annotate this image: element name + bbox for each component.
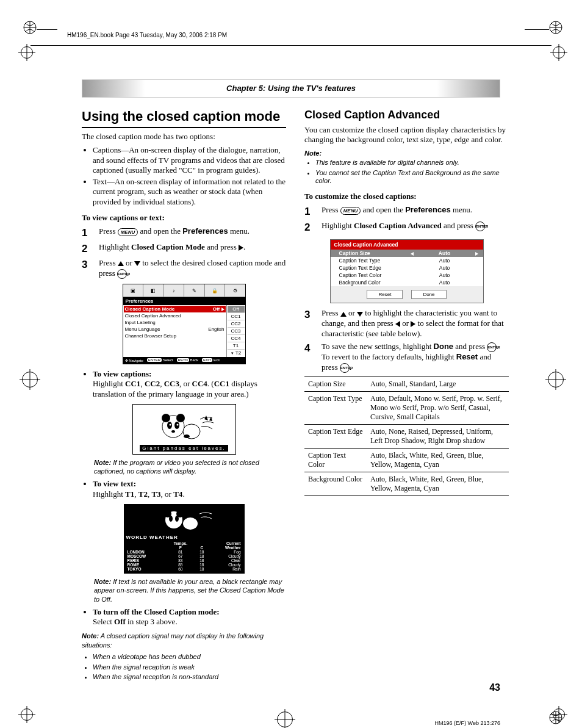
osd-row-selected: Closed Caption ModeOff: [124, 306, 226, 312]
ornament-globe-icon: [549, 21, 562, 34]
table-row: Caption SizeAuto, Small, Standard, Large: [304, 377, 509, 392]
view-text: To view text: Highlight T1, T2, T3, or T…: [93, 479, 286, 499]
right-column: Closed Caption Advanced You can customiz…: [304, 109, 509, 687]
down-arrow-icon: [134, 261, 140, 266]
svg-rect-13: [151, 506, 218, 533]
page: HM196_EN.book Page 43 Tuesday, May 30, 2…: [0, 0, 582, 728]
option-item: Text—An on-screen display of information…: [93, 177, 286, 207]
weather-illustration: WORLD WEATHER Temps.Current FCWeather LO…: [124, 504, 245, 574]
header-text: HM196_EN.book Page 43 Tuesday, May 30, 2…: [67, 32, 227, 38]
svg-point-5: [176, 414, 185, 422]
svg-point-17: [169, 516, 173, 522]
crop-line: [37, 29, 57, 30]
caption-example: Giant pandas eat leaves.: [140, 445, 228, 452]
osd-row: Caption Text ColorAuto: [331, 272, 483, 279]
menu-button-icon: MENU: [118, 228, 138, 236]
osd-opt: CC4: [228, 335, 245, 342]
note-item: When the signal reception is non-standar…: [93, 673, 286, 682]
tab-icon: ⚙: [225, 284, 245, 297]
note: Note: A closed caption signal may not di…: [82, 632, 286, 649]
panda-illustration: Giant pandas eat leaves.: [132, 404, 236, 455]
registration-mark-icon: [18, 706, 35, 723]
registration-mark-icon: [20, 369, 40, 390]
step-3: 3 Press or to highlight the characterist…: [304, 308, 509, 339]
step-1: 1 Press MENU and open the Preferences me…: [82, 226, 286, 240]
note-item: When the signal reception is weak: [93, 663, 286, 672]
left-column: Using the closed caption mode The closed…: [82, 109, 286, 687]
header-rule: [31, 45, 551, 46]
subheading: To customize the closed captions:: [304, 192, 509, 201]
svg-point-4: [162, 414, 170, 422]
osd-footer: ✥ Navigate ENTER Select RETN Back EXIT E…: [123, 357, 245, 364]
registration-mark-icon: [545, 369, 566, 390]
table-row: Background ColorAuto, Black, White, Red,…: [304, 472, 509, 496]
osd-opt: CC1: [228, 313, 245, 320]
note: Note: If text is not available in your a…: [94, 577, 286, 604]
tab-icon: 🔒: [205, 284, 226, 297]
svg-point-18: [175, 516, 179, 522]
note-item: This feature is available for digital ch…: [315, 159, 509, 167]
svg-point-12: [184, 434, 190, 438]
section-heading: Using the closed caption mode: [82, 109, 286, 128]
footer-code: HM196 (E/F) Web 213:276: [435, 720, 500, 726]
osd-row: Menu LanguageEnglish: [124, 326, 226, 333]
svg-point-8: [169, 423, 171, 425]
step-1: 1 Press MENU and open the Preferences me…: [304, 205, 509, 218]
svg-point-9: [176, 423, 178, 425]
options-table: Caption SizeAuto, Small, Standard, Large…: [304, 377, 509, 496]
osd-opt: CC3: [228, 328, 245, 335]
page-number: 43: [489, 682, 500, 693]
done-button: Done: [411, 290, 446, 299]
enter-button-icon: ENTER: [340, 363, 350, 373]
left-arrow-icon: [395, 321, 400, 327]
down-arrow-icon: [357, 312, 363, 317]
view-captions: To view captions: Highlight CC1, CC2, CC…: [93, 369, 286, 399]
osd-preferences-menu: ▣ ◧ ♪ ✎ 🔒 ⚙ Preferences Closed Caption M…: [123, 284, 246, 364]
registration-mark-icon: [550, 706, 567, 723]
weather-table: Temps.Current FCWeather LONDON8118Fog MO…: [126, 541, 242, 571]
osd-row: Caption Text TypeAuto: [331, 257, 483, 264]
osd-row: Input Labeling: [124, 319, 226, 326]
registration-mark-icon: [18, 44, 35, 61]
crop-line: [525, 29, 549, 30]
subsection-heading: Closed Caption Advanced: [304, 109, 509, 121]
osd-opt: CC2: [228, 320, 245, 328]
menu-button-icon: MENU: [340, 207, 361, 215]
note-item: When a videotape has been dubbed: [93, 653, 286, 661]
tab-icon: ▣: [123, 284, 144, 297]
right-arrow-icon: [239, 245, 243, 251]
step-2: 2 Highlight Closed Caption Mode and pres…: [82, 242, 286, 256]
osd-title: Preferences: [123, 297, 245, 305]
tab-icon: ◧: [143, 284, 164, 297]
up-arrow-icon: [118, 261, 124, 266]
reset-button: Reset: [367, 290, 403, 299]
enter-button-icon: ENTER: [475, 222, 485, 231]
chapter-bar: Chapter 5: Using the TV's features: [82, 79, 500, 98]
note: Note: If the program or video you select…: [94, 458, 286, 476]
table-row: Caption Text TypeAuto, Default, Mono w. …: [304, 392, 509, 425]
enter-button-icon: ENTER: [487, 342, 497, 352]
tab-icon: ♪: [164, 284, 185, 297]
table-row: Caption Text EdgeAuto, None, Raised, Dep…: [304, 425, 509, 449]
subheading: To view captions or text:: [82, 213, 286, 223]
option-list: Captions—An on-screen display of the dia…: [82, 145, 286, 207]
osd-row-selected: Caption Size Auto: [331, 250, 483, 257]
osd-row: Closed Caption Advanced: [124, 312, 226, 319]
osd-row: Channel Browser Setup: [124, 333, 226, 339]
option-item: Captions—An on-screen display of the dia…: [93, 145, 286, 175]
up-arrow-icon: [340, 312, 347, 317]
step-3: 3 Press or to select the desired closed …: [82, 258, 286, 279]
intro-text: You can customize the closed caption dis…: [304, 125, 509, 145]
note-block: Note:: [304, 149, 509, 157]
right-arrow-icon: [475, 252, 478, 256]
enter-button-icon: ENTER: [117, 269, 127, 279]
svg-point-10: [171, 430, 175, 433]
step-4: 4 To save the new settings, highlight Do…: [304, 342, 509, 373]
weather-title: WORLD WEATHER: [126, 535, 242, 540]
tab-icon: ✎: [184, 284, 205, 297]
registration-mark-icon: [550, 44, 567, 61]
svg-point-19: [183, 517, 198, 530]
registration-mark-icon: [275, 709, 295, 728]
osd-opt: Off: [228, 306, 245, 313]
turn-off: To turn off the Closed Caption mode: Sel…: [93, 607, 286, 627]
